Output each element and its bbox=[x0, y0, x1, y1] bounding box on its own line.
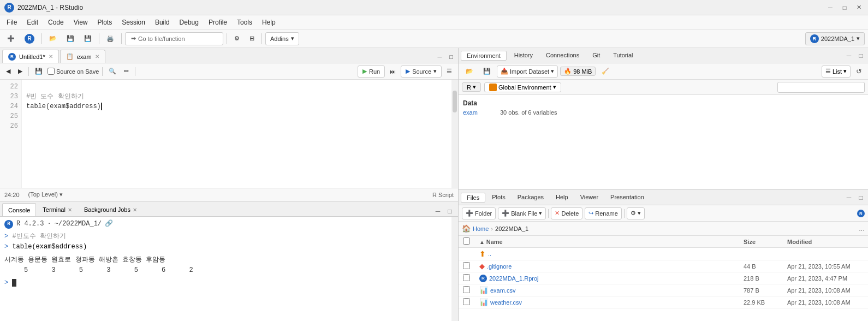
env-tab-connections[interactable]: Connections bbox=[540, 51, 585, 61]
files-checkbox-rproj[interactable] bbox=[463, 274, 470, 281]
menu-plots[interactable]: Plots bbox=[93, 17, 117, 27]
search-editor-button[interactable]: 🔍 bbox=[106, 66, 119, 78]
files-row-weather-csv-name[interactable]: 📊 weather.csv bbox=[479, 298, 744, 306]
menu-tools[interactable]: Tools bbox=[233, 17, 257, 27]
env-item-exam-name[interactable]: exam bbox=[463, 109, 496, 116]
menu-edit[interactable]: Edit bbox=[22, 17, 43, 27]
env-minimize-button[interactable]: ─ bbox=[844, 51, 854, 61]
files-tab-presentation[interactable]: Presentation bbox=[605, 193, 650, 203]
files-select-all-checkbox[interactable] bbox=[463, 237, 470, 245]
import-dataset-button[interactable]: 📥 Import Dataset ▾ bbox=[497, 66, 558, 78]
files-row-parent-name[interactable]: ⬆ .. bbox=[479, 249, 744, 258]
env-save-button[interactable]: 📂 bbox=[462, 66, 477, 78]
list-button[interactable]: ☰ List ▾ bbox=[822, 66, 851, 78]
breadcrumb-more-button[interactable]: … bbox=[859, 225, 865, 232]
console-minimize-button[interactable]: ─ bbox=[433, 206, 443, 216]
addins-label: Addins bbox=[270, 35, 289, 42]
env-tab-git[interactable]: Git bbox=[587, 51, 605, 61]
console-tab-terminal[interactable]: Terminal ✕ bbox=[37, 203, 78, 216]
console-tab-background-jobs-close[interactable]: ✕ bbox=[133, 207, 137, 213]
env-tab-history[interactable]: History bbox=[509, 51, 538, 61]
console-content[interactable]: R R 4.2.3 · ~/2022MDA_1/ 🔗 > #빈도수 확인하기 >… bbox=[0, 217, 451, 321]
toolbar-separator-3 bbox=[121, 33, 122, 44]
run-options-button[interactable]: ⏭ bbox=[387, 66, 399, 78]
menu-view[interactable]: View bbox=[69, 17, 92, 27]
editor-tab-untitled1[interactable]: R Untitled1* ✕ bbox=[2, 50, 59, 63]
clear-env-button[interactable]: 🧹 bbox=[598, 66, 613, 78]
breadcrumb-home-link[interactable]: Home bbox=[473, 225, 489, 232]
console-tab-background-jobs[interactable]: Background Jobs ✕ bbox=[79, 203, 142, 216]
env-tab-environment[interactable]: Environment bbox=[461, 51, 507, 61]
editor-minimize-button[interactable]: ─ bbox=[435, 51, 445, 63]
editor-tab-exam-label: exam bbox=[77, 54, 92, 60]
line-num-22: 22 bbox=[3, 82, 18, 92]
menu-profile[interactable]: Profile bbox=[204, 17, 231, 27]
grid-button[interactable]: ⊞ bbox=[246, 32, 258, 46]
files-maximize-button[interactable]: □ bbox=[856, 193, 866, 203]
new-blank-file-button[interactable]: ➕ Blank File ▾ bbox=[498, 207, 546, 219]
menu-session[interactable]: Session bbox=[117, 17, 150, 27]
forward-button[interactable]: ▶ bbox=[15, 66, 25, 78]
menu-code[interactable]: Code bbox=[44, 17, 68, 27]
console-tab-console[interactable]: Console bbox=[2, 203, 36, 216]
profile-button[interactable]: R 2022MDA_1 ▾ bbox=[805, 32, 865, 45]
env-item-exam: exam 30 obs. of 6 variables bbox=[463, 108, 864, 117]
new-folder-button[interactable]: ➕ Folder bbox=[462, 207, 496, 219]
go-to-file-button[interactable]: ➡ Go to file/function bbox=[125, 32, 223, 45]
spellcheck-button[interactable]: ✏ bbox=[121, 66, 132, 78]
env-search-input[interactable] bbox=[777, 82, 865, 93]
addins-button[interactable]: Addins ▾ bbox=[265, 32, 299, 45]
editor-maximize-button[interactable]: □ bbox=[447, 51, 456, 63]
global-env-dropdown[interactable]: Global Environment ▾ bbox=[484, 82, 561, 92]
files-tab-plots[interactable]: Plots bbox=[486, 193, 510, 203]
files-row-gitignore-name[interactable]: ◆ .gitignore bbox=[479, 262, 744, 270]
new-file-button[interactable]: ➕ bbox=[3, 32, 19, 46]
code-content[interactable]: #빈 도수 확인하기 table(exam$address) bbox=[22, 80, 451, 188]
files-tab-viewer[interactable]: Viewer bbox=[575, 193, 604, 203]
editor-scrollbar[interactable] bbox=[451, 80, 458, 188]
save-editor-button[interactable]: 💾 bbox=[32, 66, 45, 78]
maximize-button[interactable]: □ bbox=[840, 3, 849, 13]
env-tab-tutorial[interactable]: Tutorial bbox=[608, 51, 638, 61]
files-row-exam-csv-name[interactable]: 📊 exam.csv bbox=[479, 286, 744, 294]
minimize-button[interactable]: ─ bbox=[825, 3, 835, 13]
console-tab-terminal-close[interactable]: ✕ bbox=[68, 207, 72, 213]
files-checkbox-gitignore[interactable] bbox=[463, 262, 470, 269]
console-scrollbar[interactable] bbox=[451, 217, 458, 321]
files-checkbox-weather-csv[interactable] bbox=[463, 298, 470, 305]
print-button[interactable]: 🖨️ bbox=[103, 32, 118, 46]
save-all-button[interactable]: 💾 bbox=[80, 32, 96, 46]
files-minimize-button[interactable]: ─ bbox=[844, 193, 854, 203]
files-row-rproj-name[interactable]: R 2022MDA_1.Rproj bbox=[479, 275, 744, 282]
workspace-button[interactable]: ⚙ bbox=[230, 32, 243, 46]
refresh-button[interactable]: ↺ bbox=[853, 66, 865, 78]
delete-button[interactable]: ✕ Delete bbox=[551, 207, 582, 219]
save-button[interactable]: 💾 bbox=[63, 32, 78, 46]
editor-tab-untitled1-close[interactable]: ✕ bbox=[49, 54, 53, 60]
editor-tab-exam[interactable]: 📋 exam ✕ bbox=[60, 50, 105, 63]
back-button[interactable]: ◀ bbox=[3, 66, 13, 78]
files-tab-help[interactable]: Help bbox=[550, 193, 574, 203]
files-tab-packages[interactable]: Packages bbox=[512, 193, 549, 203]
more-button[interactable]: ⚙ ▾ bbox=[627, 207, 645, 219]
menu-build[interactable]: Build bbox=[151, 17, 174, 27]
new-r-button[interactable]: R bbox=[21, 32, 38, 46]
files-checkbox-exam-csv[interactable] bbox=[463, 286, 470, 293]
env-r-button[interactable]: R ▾ bbox=[462, 82, 481, 92]
source-on-save-checkbox[interactable] bbox=[47, 68, 55, 75]
close-button[interactable]: ✕ bbox=[854, 3, 864, 13]
rename-button[interactable]: ↪ Rename bbox=[585, 207, 622, 219]
env-load-button[interactable]: 💾 bbox=[479, 66, 495, 78]
open-button[interactable]: 📂 bbox=[45, 32, 61, 46]
editor-menu-button[interactable]: ☰ bbox=[444, 66, 455, 78]
source-button[interactable]: ▶ Source ▾ bbox=[401, 66, 442, 78]
env-body: Data exam 30 obs. of 6 variables bbox=[459, 95, 868, 189]
console-maximize-button[interactable]: □ bbox=[445, 206, 455, 216]
editor-tab-exam-close[interactable]: ✕ bbox=[95, 54, 99, 60]
menu-file[interactable]: File bbox=[2, 17, 21, 27]
env-maximize-button[interactable]: □ bbox=[856, 51, 866, 61]
menu-debug[interactable]: Debug bbox=[175, 17, 203, 27]
files-tab-files[interactable]: Files bbox=[461, 193, 485, 203]
menu-help[interactable]: Help bbox=[258, 17, 280, 27]
run-button[interactable]: ▶ Run bbox=[358, 66, 385, 78]
